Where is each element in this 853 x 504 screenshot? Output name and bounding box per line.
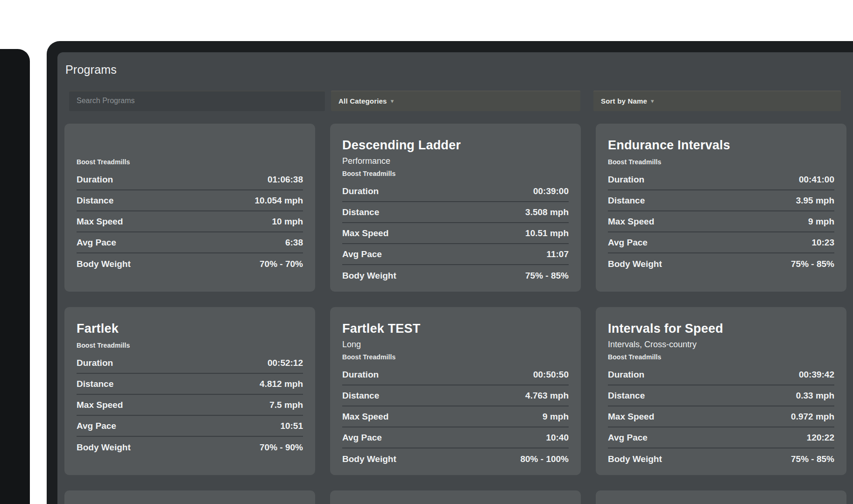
stat-row: Duration 00:50:50 bbox=[342, 364, 569, 385]
stat-value: 75% - 85% bbox=[525, 271, 569, 281]
stat-label: Body Weight bbox=[342, 454, 396, 464]
stat-label: Duration bbox=[342, 186, 379, 196]
program-title: Intervals for Speed bbox=[608, 318, 834, 339]
stat-value: 0.33 mph bbox=[796, 391, 834, 401]
stat-value: 9 mph bbox=[808, 217, 834, 227]
stat-label: Duration bbox=[608, 175, 644, 185]
page-title: Programs bbox=[65, 62, 853, 77]
program-brand: Boost Treadmills bbox=[608, 352, 834, 362]
program-title: Fartlek TEST bbox=[342, 318, 569, 339]
stat-label: Max Speed bbox=[342, 412, 388, 422]
chevron-down-icon: ▾ bbox=[651, 98, 654, 104]
program-stats: Duration 00:39:00 Distance 3.508 mph Max… bbox=[342, 181, 569, 286]
stat-value: 6:38 bbox=[285, 238, 303, 248]
stat-value: 9 mph bbox=[543, 412, 569, 422]
stat-value: 10:23 bbox=[811, 238, 834, 248]
stat-row: Max Speed 7.5 mph bbox=[77, 395, 303, 416]
stat-value: 75% - 85% bbox=[791, 454, 834, 464]
category-dropdown[interactable]: All Categories ▾ bbox=[331, 91, 580, 111]
stat-row: Distance 4.812 mph bbox=[77, 374, 303, 395]
stat-label: Duration bbox=[77, 358, 113, 368]
stat-label: Avg Pace bbox=[608, 238, 648, 248]
sort-dropdown[interactable]: Sort by Name ▾ bbox=[593, 91, 841, 111]
program-card[interactable]: ON Running Workout 2 bbox=[596, 490, 846, 504]
stat-value: 75% - 85% bbox=[791, 259, 834, 269]
program-card[interactable]: Descending Ladder Performance Boost Trea… bbox=[330, 124, 581, 292]
stat-value: 70% - 70% bbox=[260, 259, 303, 269]
stat-row: Duration 00:39:42 bbox=[608, 364, 834, 385]
program-title: ON Running Workout 1 bbox=[342, 502, 569, 504]
stat-row: Distance 0.33 mph bbox=[608, 385, 834, 406]
stat-value: 00:41:00 bbox=[799, 175, 834, 185]
stat-label: Avg Pace bbox=[77, 238, 116, 248]
stat-label: Avg Pace bbox=[77, 421, 116, 431]
stat-label: Body Weight bbox=[342, 271, 396, 281]
program-categories: Performance bbox=[342, 155, 569, 167]
stat-row: Distance 10.054 mph bbox=[77, 190, 303, 211]
program-brand: Boost Treadmills bbox=[342, 352, 569, 362]
stat-row: Max Speed 9 mph bbox=[608, 211, 834, 232]
stat-row: Body Weight 70% - 70% bbox=[77, 253, 303, 274]
search-input[interactable] bbox=[69, 91, 325, 111]
stat-label: Duration bbox=[342, 370, 379, 380]
program-cards-grid: Boost Treadmills Duration 01:06:38 Dista… bbox=[64, 124, 853, 504]
stat-value: 00:39:42 bbox=[799, 370, 834, 380]
stat-label: Max Speed bbox=[608, 217, 654, 227]
stat-label: Distance bbox=[77, 196, 113, 206]
program-card[interactable]: test bbox=[64, 490, 315, 504]
stat-label: Avg Pace bbox=[342, 249, 382, 259]
stat-row: Distance 4.763 mph bbox=[342, 385, 569, 406]
stat-row: Max Speed 0.972 mph bbox=[608, 406, 834, 427]
stat-label: Distance bbox=[608, 391, 645, 401]
stat-label: Avg Pace bbox=[342, 433, 382, 443]
stat-value: 10.51 mph bbox=[525, 228, 569, 238]
stat-row: Avg Pace 10:40 bbox=[342, 427, 569, 448]
program-title: Endurance Intervals bbox=[608, 135, 834, 155]
program-stats: Duration 00:52:12 Distance 4.812 mph Max… bbox=[77, 353, 303, 458]
stat-label: Max Speed bbox=[342, 228, 388, 238]
category-dropdown-label: All Categories bbox=[338, 97, 387, 105]
program-card[interactable]: Fartlek TEST Long Boost Treadmills Durat… bbox=[330, 307, 581, 475]
stat-label: Max Speed bbox=[608, 412, 654, 422]
program-stats: Duration 01:06:38 Distance 10.054 mph Ma… bbox=[77, 169, 303, 274]
stat-label: Distance bbox=[342, 207, 379, 217]
stat-value: 0.972 mph bbox=[791, 412, 834, 422]
program-title: Descending Ladder bbox=[342, 135, 569, 155]
stat-value: 10 mph bbox=[272, 217, 303, 227]
stat-row: Distance 3.95 mph bbox=[608, 190, 834, 211]
stat-value: 00:39:00 bbox=[533, 186, 569, 196]
stat-row: Avg Pace 10:23 bbox=[608, 232, 834, 253]
program-card[interactable]: Boost Treadmills Duration 01:06:38 Dista… bbox=[64, 124, 315, 292]
program-stats: Duration 00:39:42 Distance 0.33 mph Max … bbox=[608, 364, 834, 469]
program-card[interactable]: Intervals for Speed Intervals, Cross-cou… bbox=[596, 307, 846, 475]
stat-value: 70% - 90% bbox=[260, 442, 303, 453]
chevron-down-icon: ▾ bbox=[391, 98, 394, 104]
program-brand: Boost Treadmills bbox=[77, 341, 303, 350]
stat-value: 3.95 mph bbox=[796, 196, 834, 206]
stat-row: Body Weight 75% - 85% bbox=[608, 448, 834, 469]
stat-label: Distance bbox=[342, 391, 379, 401]
stat-row: Body Weight 70% - 90% bbox=[77, 437, 303, 458]
program-brand: Boost Treadmills bbox=[608, 157, 834, 167]
stat-row: Avg Pace 120:22 bbox=[608, 427, 834, 448]
stat-row: Max Speed 9 mph bbox=[342, 406, 569, 427]
stat-value: 00:50:50 bbox=[533, 370, 569, 380]
stat-row: Max Speed 10.51 mph bbox=[342, 223, 569, 244]
program-title: ON Running Workout 2 bbox=[608, 502, 834, 504]
stat-row: Avg Pace 11:07 bbox=[342, 244, 569, 265]
program-card[interactable]: Fartlek Boost Treadmills Duration 00:52:… bbox=[64, 307, 315, 475]
stat-label: Avg Pace bbox=[608, 433, 648, 443]
program-title: test bbox=[77, 502, 303, 504]
program-card[interactable]: ON Running Workout 1 bbox=[330, 490, 581, 504]
stat-value: 10:51 bbox=[280, 421, 303, 431]
sort-dropdown-label: Sort by Name bbox=[601, 97, 647, 105]
stat-label: Duration bbox=[608, 370, 644, 380]
stat-row: Body Weight 75% - 85% bbox=[342, 265, 569, 286]
stat-row: Avg Pace 6:38 bbox=[77, 232, 303, 253]
left-edge-panel bbox=[0, 49, 30, 504]
stat-row: Avg Pace 10:51 bbox=[77, 416, 303, 437]
program-categories: Intervals, Cross-country bbox=[608, 339, 834, 350]
program-card[interactable]: Endurance Intervals Boost Treadmills Dur… bbox=[596, 124, 846, 292]
stat-row: Body Weight 80% - 100% bbox=[342, 448, 569, 469]
stat-label: Body Weight bbox=[608, 454, 662, 464]
